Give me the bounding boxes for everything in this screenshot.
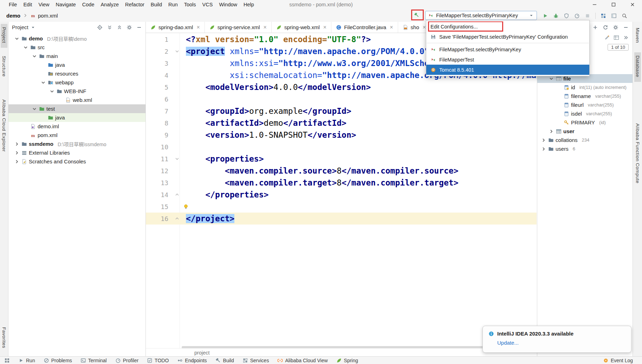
chevron-down-icon[interactable] [32,53,37,59]
popup-item-filemappertest[interactable]: FileMapperTest [426,54,589,65]
stripe-structure[interactable]: Structure [1,53,7,81]
bug-icon[interactable] [553,13,559,19]
chevron-right-icon[interactable] [14,150,20,156]
stripe-database[interactable]: Database [634,52,641,82]
intention-bulb-icon[interactable] [183,204,189,209]
statusbar-services[interactable]: Services [242,358,269,363]
project-tree-item-test[interactable]: test [8,104,145,113]
menu-edit[interactable]: Edit [20,0,35,9]
code-line-16[interactable]: 16</project> [146,213,537,225]
project-tree-item-main[interactable]: main [8,52,145,60]
code-line-8[interactable]: 8 <artifactId>demo</artifactId> [146,117,537,129]
stripe-favorites[interactable]: Favorites [1,324,7,353]
popup-item-save-filemappertest-selectbyprimarykey-configuration[interactable]: Save 'FileMapperTest.selectByPrimaryKey'… [426,32,589,42]
db-tree-item-id[interactable]: idint(11) (auto increment) [537,83,633,92]
chevron-down-icon[interactable] [30,25,36,30]
minus-icon[interactable] [136,25,142,30]
project-tree-item-resources[interactable]: resources [8,69,145,78]
close-icon[interactable]: × [196,24,200,31]
chevron-right-icon[interactable] [549,129,554,134]
statusbar-build[interactable]: Build [215,358,234,363]
collapse-all-icon[interactable] [117,25,122,30]
gear-icon[interactable] [127,25,132,30]
statusbar-run[interactable]: Run [18,358,35,363]
chevron-down-icon[interactable] [23,45,28,50]
db-tree-item-collations[interactable]: collations234 [537,136,633,144]
popup-item-filemappertest-selectbyprimarykey[interactable]: FileMapperTest.selectByPrimaryKey [426,44,589,54]
code-line-11[interactable]: 11 <properties> [146,153,537,165]
chevron-down-icon[interactable] [549,76,554,82]
chevron-down-icon[interactable] [14,36,20,41]
play-icon[interactable] [543,13,548,19]
layout-icon[interactable] [611,13,617,19]
target-icon[interactable] [97,25,103,30]
chevron-down-icon[interactable] [49,89,55,94]
code-line-14[interactable]: 14 </properties> [146,189,537,201]
expand-all-icon[interactable] [107,25,112,30]
code-line-7[interactable]: 7 <groupId>org.example</groupId> [146,105,537,117]
menu-help[interactable]: Help [240,0,257,9]
statusbar-profiler[interactable]: Profiler [115,358,138,363]
statusbar-problems[interactable]: Problems [44,358,72,363]
statusbar-alibaba-cloud-view[interactable]: Alibaba Cloud View [277,358,328,363]
menu-analyze[interactable]: Analyze [97,0,122,9]
menu-view[interactable]: View [35,0,52,9]
plus-icon[interactable] [592,25,598,30]
structure-icon[interactable] [601,13,606,19]
double-chevron-icon[interactable] [623,35,629,40]
stop-icon[interactable] [585,13,590,19]
project-tree-item-java[interactable]: java [8,60,145,69]
project-tree-item-src[interactable]: src [8,43,145,52]
stripe-maven[interactable]: Maven [634,25,641,47]
menu-refactor[interactable]: Refactor [122,0,148,9]
menu-tools[interactable]: Tools [181,0,199,9]
close-icon[interactable]: × [264,24,267,31]
code-line-13[interactable]: 13 <maven.compiler.target>8</maven.compi… [146,177,537,189]
refresh-icon[interactable] [603,25,608,30]
close-icon[interactable]: × [390,24,393,31]
fold-marker-icon[interactable] [173,48,182,54]
db-tree-item-user[interactable]: user [537,127,633,136]
db-tree-item-isdel[interactable]: isdelvarchar(255) [537,109,633,118]
project-tree-item-demo[interactable]: demoD:\项目草稿\demo [8,34,145,43]
event-log-button[interactable]: Event Log [603,358,638,363]
editor-tab-spring-web-xml[interactable]: spring-web.xml× [272,22,331,33]
project-tree-item-external-libraries[interactable]: External Libraries [8,148,145,157]
pencil-icon[interactable] [604,35,610,40]
db-tree-item-fileurl[interactable]: fileurlvarchar(255) [537,100,633,109]
editor-tab-spring-dao-xml[interactable]: spring-dao.xml× [146,22,205,33]
close-icon[interactable]: × [423,24,426,31]
code-line-5[interactable]: 5 <modelVersion>4.0.0</modelVersion> [146,81,537,93]
coverage-icon[interactable] [564,13,569,19]
code-line-6[interactable]: 6 [146,93,537,105]
close-icon[interactable]: × [323,24,326,31]
update-link[interactable]: Update... [497,340,625,346]
project-panel-title[interactable]: Project [12,24,28,30]
code-line-12[interactable]: 12 <maven.compiler.source>8</maven.compi… [146,165,537,177]
editor-tab-spring-service-xml[interactable]: spring-service.xml× [205,22,272,33]
code-line-10[interactable]: 10 [146,141,537,153]
window-minimize-button[interactable] [585,0,604,9]
window-maximize-button[interactable] [604,0,623,9]
chevron-down-icon[interactable] [40,80,46,85]
project-tree-item-pom-xml[interactable]: mpom.xml [8,131,145,139]
stripe-alibaba-function-compute[interactable]: Alibaba Function Compute [634,120,641,188]
chevron-right-icon[interactable] [14,141,20,147]
project-tree-item-ssmdemo[interactable]: ssmdemoD:\项目草稿\ssmdemo [8,139,145,148]
fold-marker-icon[interactable] [173,216,182,221]
stripe-alibaba-cloud-explorer[interactable]: Alibaba Cloud Explorer [1,96,7,156]
menu-build[interactable]: Build [148,0,165,9]
menu-window[interactable]: Window [216,0,240,9]
profiler-icon[interactable] [574,13,580,19]
breadcrumb-file[interactable]: pom.xml [38,13,58,19]
chevron-right-icon[interactable] [541,146,546,152]
menu-code[interactable]: Code [79,0,98,9]
editor[interactable]: 1<?xml version="1.0" encoding="UTF-8"?>2… [146,33,537,348]
code-line-9[interactable]: 9 <version>1.0-SNAPSHOT</version> [146,129,537,141]
table-view-icon[interactable] [614,35,619,40]
project-tree-item-webapp[interactable]: webapp [8,78,145,87]
project-tree-item-demo-iml[interactable]: demo.iml [8,122,145,131]
search-icon[interactable] [622,13,627,19]
editor-tab-filecontroller-java[interactable]: CFileController.java× [331,22,398,33]
statusbar-todo[interactable]: TODO [147,358,169,363]
